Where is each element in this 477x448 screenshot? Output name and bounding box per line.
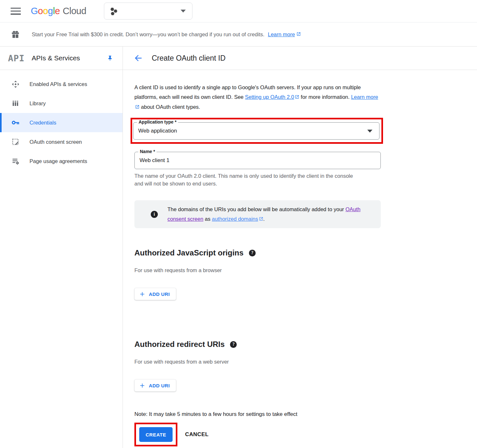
add-uri-origins-button[interactable]: ADD URI xyxy=(134,288,176,300)
enabled-apis-icon xyxy=(11,80,20,88)
help-icon[interactable]: ? xyxy=(249,250,256,256)
logo-letter: g xyxy=(48,6,53,16)
logo-letter: G xyxy=(31,6,38,16)
js-origins-subtext: For use with requests from a browser xyxy=(134,267,477,273)
project-icon xyxy=(109,7,118,15)
back-arrow-icon[interactable] xyxy=(133,53,143,63)
sidebar-item-label: Credentials xyxy=(30,120,56,126)
sidebar-title: APIs & Services xyxy=(32,54,107,62)
main-panel: Create OAuth client ID A client ID is us… xyxy=(123,47,477,448)
application-type-select[interactable]: Application type * Web application xyxy=(133,122,379,140)
cancel-button[interactable]: CANCEL xyxy=(185,431,209,438)
sidebar-item-page-usage-agreements[interactable]: Page usage agreements xyxy=(0,151,123,171)
intro-paragraph: A client ID is used to identify a single… xyxy=(134,82,379,112)
plus-icon xyxy=(139,383,145,389)
setting-up-oauth-link[interactable]: Setting up OAuth 2.0 xyxy=(245,94,299,100)
consent-screen-icon xyxy=(11,138,20,146)
sidebar: API APIs & Services Enabled APIs & xyxy=(0,47,123,448)
external-link-icon xyxy=(295,92,299,102)
help-icon[interactable]: ? xyxy=(230,341,237,348)
redirect-uris-subtext: For use with requests from a web server xyxy=(134,359,477,365)
annotation-box-create: CREATE xyxy=(134,423,177,446)
banner-learn-more-link[interactable]: Learn more xyxy=(268,31,301,38)
sidebar-item-label: Library xyxy=(30,100,46,107)
library-icon xyxy=(11,99,20,108)
domains-info-box: i The domains of the URIs you add below … xyxy=(134,200,381,228)
agreements-icon xyxy=(11,157,20,165)
form-actions: CREATE CANCEL xyxy=(134,423,477,446)
application-type-value: Web application xyxy=(138,128,177,134)
application-type-label: Application type * xyxy=(137,119,178,125)
google-cloud-logo: Google Cloud xyxy=(31,6,86,16)
menu-icon[interactable] xyxy=(11,8,21,15)
banner-text: Start your Free Trial with $300 in credi… xyxy=(32,31,301,38)
sidebar-nav: Enabled APIs & services Library xyxy=(0,70,123,171)
name-label: Name * xyxy=(138,149,157,154)
external-link-icon xyxy=(135,102,140,112)
client-name-input[interactable]: Name * Web client 1 xyxy=(134,152,381,169)
sidebar-item-oauth-consent[interactable]: OAuth consent screen xyxy=(0,132,123,151)
info-icon: i xyxy=(151,211,158,218)
api-logo: API xyxy=(8,53,25,63)
sidebar-header: API APIs & Services xyxy=(0,47,123,70)
top-bar: Google Cloud xyxy=(0,0,477,22)
name-helper-text: The name of your OAuth 2.0 client. This … xyxy=(134,172,362,187)
key-icon xyxy=(11,118,20,127)
create-button[interactable]: CREATE xyxy=(139,427,173,442)
sidebar-item-label: Enabled APIs & services xyxy=(30,81,87,87)
main-content: A client ID is used to identify a single… xyxy=(123,70,477,446)
project-selector[interactable] xyxy=(104,3,192,20)
annotation-box-application-type: Application type * Web application xyxy=(131,118,383,144)
chevron-down-icon xyxy=(181,10,186,13)
logo-letter: o xyxy=(38,6,43,16)
sidebar-item-label: OAuth consent screen xyxy=(30,139,82,145)
external-link-icon xyxy=(296,31,301,38)
redirect-uris-heading-text: Authorized redirect URIs xyxy=(134,340,225,349)
add-uri-redirect-button[interactable]: ADD URI xyxy=(134,379,176,392)
logo-cloud-text: Cloud xyxy=(63,6,86,16)
chevron-down-icon xyxy=(367,130,372,133)
gift-icon xyxy=(11,30,20,39)
js-origins-heading-text: Authorized JavaScript origins xyxy=(134,248,243,257)
page-title: Create OAuth client ID xyxy=(152,54,226,63)
settings-note: Note: It may take 5 minutes to a few hou… xyxy=(134,411,477,418)
authorized-domains-link[interactable]: authorized domains xyxy=(212,216,263,222)
pin-icon[interactable] xyxy=(107,54,113,62)
sidebar-item-enabled-apis[interactable]: Enabled APIs & services xyxy=(0,74,123,94)
sidebar-item-library[interactable]: Library xyxy=(0,94,123,113)
name-value: Web client 1 xyxy=(140,157,169,164)
info-text: The domains of the URIs you add below wi… xyxy=(167,204,368,224)
logo-letter: o xyxy=(43,6,48,16)
redirect-uris-heading: Authorized redirect URIs ? xyxy=(134,340,477,349)
external-link-icon xyxy=(259,214,263,224)
main-header: Create OAuth client ID xyxy=(123,47,477,70)
sidebar-item-credentials[interactable]: Credentials xyxy=(0,113,123,132)
free-trial-banner: Start your Free Trial with $300 in credi… xyxy=(0,22,477,47)
sidebar-item-label: Page usage agreements xyxy=(30,158,87,164)
js-origins-heading: Authorized JavaScript origins ? xyxy=(134,248,477,257)
plus-icon xyxy=(139,291,145,297)
logo-letter: e xyxy=(55,6,60,16)
